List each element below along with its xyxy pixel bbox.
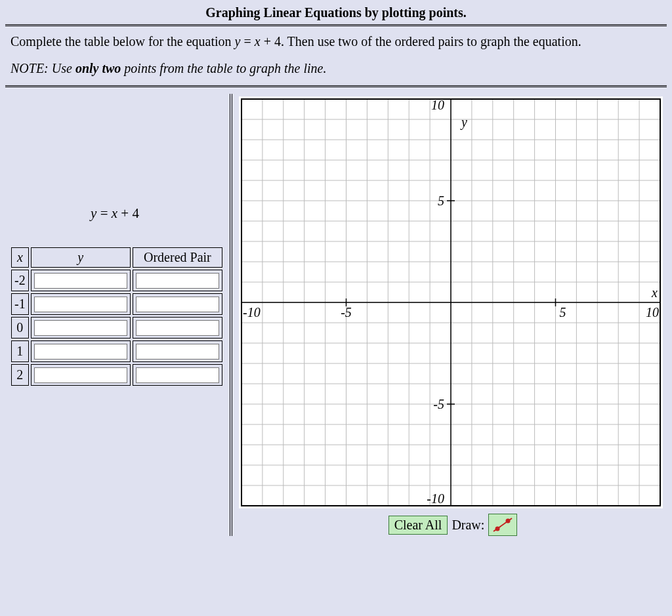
- ordered-pair-input[interactable]: [136, 273, 219, 289]
- graph-toolbar: Clear All Draw:: [239, 514, 667, 536]
- instructions-text: Complete the table below for the equatio…: [0, 33, 672, 58]
- table-row: 2: [11, 364, 222, 386]
- header-x: x: [11, 247, 29, 268]
- line-through-points-icon: [491, 516, 514, 534]
- y-input[interactable]: [34, 344, 127, 359]
- header-y: y: [31, 247, 131, 268]
- svg-text:-10: -10: [427, 491, 444, 506]
- page-title: Graphing Linear Equations by plotting po…: [0, 0, 672, 24]
- y-input[interactable]: [34, 320, 127, 336]
- note-text: NOTE: Use only two points from the table…: [0, 58, 672, 85]
- table-header-row: x y Ordered Pair: [11, 247, 222, 268]
- clear-all-button[interactable]: Clear All: [388, 516, 448, 535]
- values-table: x y Ordered Pair -2 -1 0 1: [9, 245, 224, 388]
- table-row: 0: [11, 317, 222, 339]
- svg-point-63: [506, 519, 511, 524]
- x-value: 1: [11, 340, 29, 362]
- graph-canvas[interactable]: -10-5510-10-5510 y x: [239, 96, 663, 508]
- svg-text:10: 10: [431, 98, 444, 112]
- ordered-pair-input[interactable]: [136, 297, 219, 312]
- svg-text:5: 5: [560, 305, 566, 319]
- header-ordered-pair: Ordered Pair: [133, 247, 222, 268]
- right-panel: -10-5510-10-5510 y x Clear All Draw:: [232, 94, 667, 536]
- divider-top: [5, 24, 667, 26]
- table-row: -2: [11, 270, 222, 291]
- x-value: -2: [11, 270, 29, 291]
- x-value: -1: [11, 293, 29, 315]
- x-value: 2: [11, 364, 29, 386]
- svg-text:10: 10: [646, 305, 659, 319]
- table-row: 1: [11, 340, 222, 362]
- y-input[interactable]: [34, 367, 127, 383]
- svg-point-62: [495, 527, 500, 531]
- divider-mid: [5, 85, 667, 87]
- y-input[interactable]: [34, 297, 127, 312]
- svg-text:-5: -5: [433, 397, 444, 411]
- draw-line-tool-button[interactable]: [488, 514, 517, 536]
- ordered-pair-input[interactable]: [136, 367, 219, 383]
- x-axis-label: x: [652, 285, 658, 300]
- coordinate-grid: -10-5510-10-5510: [239, 96, 663, 508]
- ordered-pair-input[interactable]: [136, 344, 219, 359]
- y-input[interactable]: [34, 273, 127, 289]
- y-axis-label: y: [461, 115, 467, 130]
- svg-text:-5: -5: [341, 305, 352, 319]
- svg-text:-10: -10: [243, 305, 261, 319]
- table-row: -1: [11, 293, 222, 315]
- left-panel: y = x + 4 x y Ordered Pair -2 -1 0: [5, 94, 232, 536]
- x-value: 0: [11, 317, 29, 339]
- ordered-pair-input[interactable]: [136, 320, 219, 336]
- draw-label: Draw:: [450, 518, 486, 533]
- svg-text:5: 5: [438, 194, 444, 208]
- equation-display: y = x + 4: [5, 205, 224, 222]
